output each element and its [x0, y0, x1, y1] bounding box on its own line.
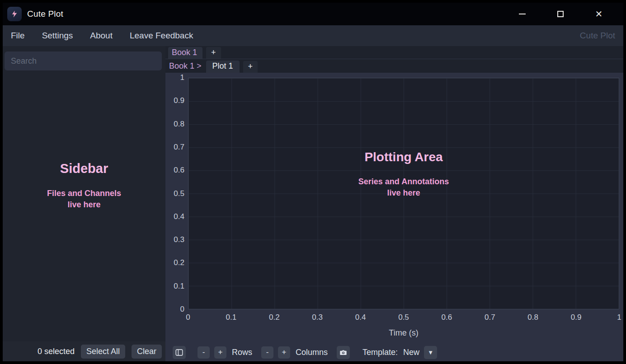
- split-panel-icon: [175, 349, 183, 356]
- tab-plot-1[interactable]: Plot 1: [206, 61, 240, 73]
- rows-increase-button[interactable]: +: [214, 346, 226, 359]
- plot-toolbar: - + Rows - + Columns Template: New ▼: [165, 343, 623, 361]
- plot-subtitle-line1: Series and Annotations: [358, 176, 449, 187]
- sidebar: Sidebar Files and Channels live here 0 s…: [3, 46, 165, 361]
- menu-file[interactable]: File: [11, 31, 25, 41]
- maximize-button[interactable]: [554, 8, 567, 20]
- tab-book-1[interactable]: Book 1: [168, 47, 202, 59]
- maximize-icon: [557, 11, 564, 17]
- close-button[interactable]: ✕: [593, 8, 605, 20]
- selected-count-label: 0 selected: [38, 347, 75, 356]
- app-logo-icon: [7, 7, 22, 21]
- screenshot-button[interactable]: [337, 346, 350, 359]
- add-book-button[interactable]: +: [206, 47, 221, 59]
- app-window: Cute Plot ✕ File Settings About Leave Fe…: [0, 0, 626, 364]
- y-tick: 0.2: [174, 258, 184, 267]
- sidebar-toggle-button[interactable]: [173, 346, 186, 359]
- y-tick: 0.4: [174, 212, 184, 221]
- minimize-icon: [519, 14, 526, 14]
- sidebar-subtitle-line1: Files and Channels: [47, 188, 121, 199]
- rows-decrease-button[interactable]: -: [198, 346, 210, 359]
- x-tick: 0.2: [269, 313, 280, 322]
- menu-bar: File Settings About Leave Feedback Cute …: [3, 25, 623, 46]
- plot-placeholder: Plotting Area Series and Annotations liv…: [188, 59, 619, 289]
- x-tick: 0.5: [398, 313, 409, 322]
- menu-settings[interactable]: Settings: [42, 31, 73, 41]
- lightning-bolt-icon: [10, 10, 19, 18]
- menubar-brand-label: Cute Plot: [580, 31, 615, 41]
- columns-decrease-button[interactable]: -: [261, 346, 273, 359]
- x-tick: 0.4: [355, 313, 366, 322]
- y-tick: 0.7: [174, 143, 184, 152]
- columns-label: Columns: [296, 348, 328, 357]
- template-dropdown-button[interactable]: ▼: [424, 346, 437, 359]
- plot-panel: 1 0.9 0.8 0.7 0.6 0.5 0.4 0.3 0.2 0.1 0 …: [165, 73, 623, 343]
- camera-icon: [339, 349, 347, 356]
- x-tick: 0.3: [312, 313, 323, 322]
- columns-increase-button[interactable]: +: [278, 346, 290, 359]
- book-tab-bar: Book 1 +: [165, 46, 623, 59]
- x-tick: 0.9: [571, 313, 582, 322]
- title-bar: Cute Plot ✕: [3, 3, 623, 25]
- x-tick: 0.1: [226, 313, 237, 322]
- plot-title: Plotting Area: [364, 150, 442, 164]
- y-axis-tick-labels: 1 0.9 0.8 0.7 0.6 0.5 0.4 0.3 0.2 0.1 0: [165, 78, 184, 309]
- sidebar-title: Sidebar: [60, 161, 108, 176]
- select-all-button[interactable]: Select All: [81, 345, 125, 359]
- x-tick: 0.6: [442, 313, 452, 322]
- window-title: Cute Plot: [27, 9, 63, 19]
- menu-about[interactable]: About: [90, 31, 113, 41]
- y-tick: 0.3: [174, 235, 184, 244]
- window-controls: ✕: [516, 8, 619, 20]
- template-label: Template:: [362, 348, 398, 357]
- plot-tab-bar: Book 1 > Plot 1 +: [165, 59, 623, 73]
- x-tick: 0: [186, 313, 190, 322]
- minimize-button[interactable]: [516, 8, 528, 20]
- y-tick: 0.5: [174, 189, 184, 198]
- menu-leave-feedback[interactable]: Leave Feedback: [130, 31, 193, 41]
- template-value: New: [403, 348, 419, 357]
- y-tick: 0: [180, 305, 184, 314]
- plot-canvas[interactable]: Plotting Area Series and Annotations liv…: [188, 78, 619, 309]
- add-plot-button[interactable]: +: [243, 61, 258, 73]
- rows-label: Rows: [232, 348, 252, 357]
- close-icon: ✕: [595, 9, 603, 19]
- y-tick: 0.9: [174, 96, 184, 105]
- content-area: Book 1 + Book 1 > Plot 1 + 1 0.9 0.8 0.7…: [165, 46, 623, 361]
- sidebar-placeholder: Sidebar Files and Channels live here: [3, 50, 165, 321]
- plot-subtitle-line2: live here: [358, 187, 449, 198]
- sidebar-subtitle-line2: live here: [47, 199, 121, 210]
- x-tick: 1: [617, 313, 621, 322]
- y-tick: 1: [180, 73, 184, 82]
- y-tick: 0.6: [174, 166, 184, 175]
- y-tick: 0.8: [174, 120, 184, 129]
- sidebar-footer: 0 selected Select All Clear: [3, 341, 165, 361]
- x-tick: 0.8: [527, 313, 538, 322]
- breadcrumb-book-1[interactable]: Book 1 >: [165, 61, 206, 73]
- x-axis-title: Time (s): [188, 328, 619, 338]
- x-axis-tick-labels: 0 0.1 0.2 0.3 0.4 0.5 0.6 0.7 0.8 0.9 1: [188, 312, 619, 323]
- chevron-down-icon: ▼: [428, 349, 433, 356]
- x-tick: 0.7: [485, 313, 495, 322]
- y-tick: 0.1: [174, 282, 184, 291]
- clear-button[interactable]: Clear: [132, 345, 162, 359]
